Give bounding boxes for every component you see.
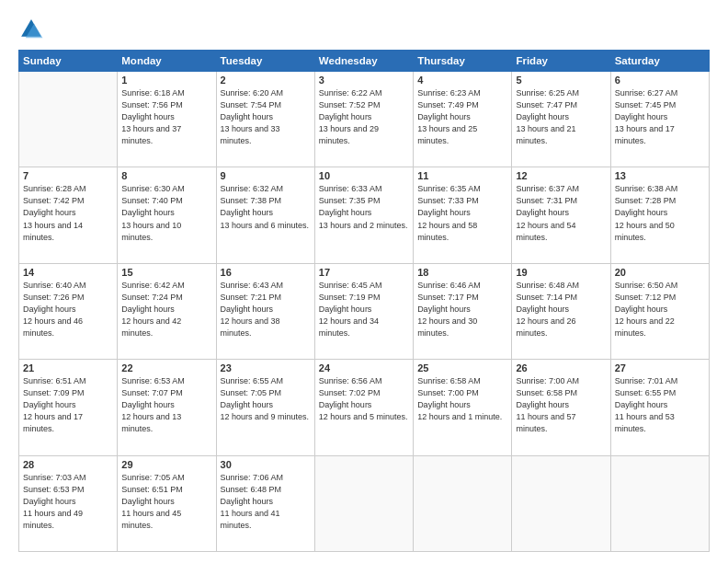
day-info: Sunrise: 7:05 AM Sunset: 6:51 PM Dayligh… xyxy=(121,472,211,532)
calendar-cell: 12 Sunrise: 6:37 AM Sunset: 7:31 PM Dayl… xyxy=(512,167,610,263)
day-number: 10 xyxy=(319,170,409,181)
day-info: Sunrise: 6:56 AM Sunset: 7:02 PM Dayligh… xyxy=(319,375,409,423)
calendar-header-monday: Monday xyxy=(118,51,216,72)
calendar-cell: 7 Sunrise: 6:28 AM Sunset: 7:42 PM Dayli… xyxy=(19,167,118,263)
day-number: 8 xyxy=(121,170,211,181)
day-info: Sunrise: 6:25 AM Sunset: 7:47 PM Dayligh… xyxy=(516,87,606,147)
day-info: Sunrise: 6:27 AM Sunset: 7:45 PM Dayligh… xyxy=(615,87,705,147)
calendar-week-5: 28 Sunrise: 7:03 AM Sunset: 6:53 PM Dayl… xyxy=(19,455,710,551)
day-info: Sunrise: 6:35 AM Sunset: 7:33 PM Dayligh… xyxy=(417,183,507,243)
day-number: 17 xyxy=(319,267,409,278)
day-number: 26 xyxy=(516,362,606,373)
calendar-table: SundayMondayTuesdayWednesdayThursdayFrid… xyxy=(18,50,710,552)
calendar-cell xyxy=(314,455,413,551)
calendar-cell: 18 Sunrise: 6:46 AM Sunset: 7:17 PM Dayl… xyxy=(414,263,512,359)
calendar-cell: 8 Sunrise: 6:30 AM Sunset: 7:40 PM Dayli… xyxy=(118,167,216,263)
day-number: 21 xyxy=(23,362,113,373)
day-info: Sunrise: 6:37 AM Sunset: 7:31 PM Dayligh… xyxy=(516,183,606,243)
day-info: Sunrise: 6:50 AM Sunset: 7:12 PM Dayligh… xyxy=(615,280,705,339)
page: SundayMondayTuesdayWednesdayThursdayFrid… xyxy=(0,0,728,563)
calendar-cell: 20 Sunrise: 6:50 AM Sunset: 7:12 PM Dayl… xyxy=(610,263,709,359)
day-number: 30 xyxy=(221,459,311,470)
day-info: Sunrise: 6:43 AM Sunset: 7:21 PM Dayligh… xyxy=(221,280,311,339)
day-info: Sunrise: 7:06 AM Sunset: 6:48 PM Dayligh… xyxy=(221,472,311,532)
day-number: 19 xyxy=(516,267,606,278)
calendar-header-wednesday: Wednesday xyxy=(314,51,413,72)
calendar-cell xyxy=(512,455,610,551)
calendar-cell: 21 Sunrise: 6:51 AM Sunset: 7:09 PM Dayl… xyxy=(19,360,118,455)
day-number: 5 xyxy=(516,75,606,86)
day-info: Sunrise: 6:51 AM Sunset: 7:09 PM Dayligh… xyxy=(23,375,113,435)
day-info: Sunrise: 6:45 AM Sunset: 7:19 PM Dayligh… xyxy=(319,280,409,339)
day-number: 15 xyxy=(121,267,211,278)
day-info: Sunrise: 6:53 AM Sunset: 7:07 PM Dayligh… xyxy=(121,375,211,435)
day-info: Sunrise: 6:40 AM Sunset: 7:26 PM Dayligh… xyxy=(23,280,113,339)
day-number: 18 xyxy=(417,267,507,278)
day-number: 22 xyxy=(121,362,211,373)
calendar-cell: 4 Sunrise: 6:23 AM Sunset: 7:49 PM Dayli… xyxy=(414,72,512,167)
day-number: 12 xyxy=(516,170,606,181)
day-number: 25 xyxy=(417,362,507,373)
calendar-cell: 3 Sunrise: 6:22 AM Sunset: 7:52 PM Dayli… xyxy=(314,72,413,167)
calendar-cell xyxy=(610,455,709,551)
day-info: Sunrise: 6:58 AM Sunset: 7:00 PM Dayligh… xyxy=(417,375,507,423)
calendar-cell: 25 Sunrise: 6:58 AM Sunset: 7:00 PM Dayl… xyxy=(414,360,512,455)
logo-icon xyxy=(18,17,44,42)
day-number: 6 xyxy=(615,75,705,86)
calendar-cell: 17 Sunrise: 6:45 AM Sunset: 7:19 PM Dayl… xyxy=(314,263,413,359)
calendar-header-sunday: Sunday xyxy=(19,51,118,72)
day-number: 29 xyxy=(121,459,211,470)
calendar-week-1: 1 Sunrise: 6:18 AM Sunset: 7:56 PM Dayli… xyxy=(19,72,710,167)
day-info: Sunrise: 6:42 AM Sunset: 7:24 PM Dayligh… xyxy=(121,280,211,339)
calendar-header-row: SundayMondayTuesdayWednesdayThursdayFrid… xyxy=(19,51,710,72)
calendar-cell: 27 Sunrise: 7:01 AM Sunset: 6:55 PM Dayl… xyxy=(610,360,709,455)
calendar-cell: 28 Sunrise: 7:03 AM Sunset: 6:53 PM Dayl… xyxy=(19,455,118,551)
calendar-week-4: 21 Sunrise: 6:51 AM Sunset: 7:09 PM Dayl… xyxy=(19,360,710,455)
calendar-cell: 13 Sunrise: 6:38 AM Sunset: 7:28 PM Dayl… xyxy=(610,167,709,263)
calendar-cell: 14 Sunrise: 6:40 AM Sunset: 7:26 PM Dayl… xyxy=(19,263,118,359)
day-info: Sunrise: 6:20 AM Sunset: 7:54 PM Dayligh… xyxy=(221,87,311,147)
calendar-cell: 19 Sunrise: 6:48 AM Sunset: 7:14 PM Dayl… xyxy=(512,263,610,359)
day-number: 24 xyxy=(319,362,409,373)
day-number: 1 xyxy=(121,75,211,86)
calendar-cell: 22 Sunrise: 6:53 AM Sunset: 7:07 PM Dayl… xyxy=(118,360,216,455)
day-info: Sunrise: 6:33 AM Sunset: 7:35 PM Dayligh… xyxy=(319,183,409,231)
day-info: Sunrise: 6:18 AM Sunset: 7:56 PM Dayligh… xyxy=(121,87,211,147)
day-number: 28 xyxy=(23,459,113,470)
day-number: 20 xyxy=(615,267,705,278)
day-info: Sunrise: 6:46 AM Sunset: 7:17 PM Dayligh… xyxy=(417,280,507,339)
calendar-cell: 23 Sunrise: 6:55 AM Sunset: 7:05 PM Dayl… xyxy=(216,360,314,455)
day-number: 13 xyxy=(615,170,705,181)
calendar-cell: 2 Sunrise: 6:20 AM Sunset: 7:54 PM Dayli… xyxy=(216,72,314,167)
day-number: 16 xyxy=(221,267,311,278)
calendar-header-thursday: Thursday xyxy=(414,51,512,72)
calendar-cell: 30 Sunrise: 7:06 AM Sunset: 6:48 PM Dayl… xyxy=(216,455,314,551)
calendar-week-3: 14 Sunrise: 6:40 AM Sunset: 7:26 PM Dayl… xyxy=(19,263,710,359)
calendar-header-saturday: Saturday xyxy=(610,51,709,72)
calendar-cell: 9 Sunrise: 6:32 AM Sunset: 7:38 PM Dayli… xyxy=(216,167,314,263)
day-info: Sunrise: 6:23 AM Sunset: 7:49 PM Dayligh… xyxy=(417,87,507,147)
day-info: Sunrise: 7:03 AM Sunset: 6:53 PM Dayligh… xyxy=(23,472,113,532)
day-info: Sunrise: 6:32 AM Sunset: 7:38 PM Dayligh… xyxy=(221,183,311,231)
day-info: Sunrise: 6:30 AM Sunset: 7:40 PM Dayligh… xyxy=(121,183,211,243)
calendar-cell: 11 Sunrise: 6:35 AM Sunset: 7:33 PM Dayl… xyxy=(414,167,512,263)
day-info: Sunrise: 6:38 AM Sunset: 7:28 PM Dayligh… xyxy=(615,183,705,243)
calendar-cell: 5 Sunrise: 6:25 AM Sunset: 7:47 PM Dayli… xyxy=(512,72,610,167)
day-number: 2 xyxy=(221,75,311,86)
calendar-cell: 6 Sunrise: 6:27 AM Sunset: 7:45 PM Dayli… xyxy=(610,72,709,167)
logo xyxy=(18,17,48,42)
day-info: Sunrise: 6:55 AM Sunset: 7:05 PM Dayligh… xyxy=(221,375,311,423)
calendar-cell: 26 Sunrise: 7:00 AM Sunset: 6:58 PM Dayl… xyxy=(512,360,610,455)
day-number: 7 xyxy=(23,170,113,181)
day-number: 3 xyxy=(319,75,409,86)
calendar-cell: 1 Sunrise: 6:18 AM Sunset: 7:56 PM Dayli… xyxy=(118,72,216,167)
day-info: Sunrise: 6:48 AM Sunset: 7:14 PM Dayligh… xyxy=(516,280,606,339)
calendar-header-friday: Friday xyxy=(512,51,610,72)
day-number: 27 xyxy=(615,362,705,373)
calendar-week-2: 7 Sunrise: 6:28 AM Sunset: 7:42 PM Dayli… xyxy=(19,167,710,263)
calendar-cell: 29 Sunrise: 7:05 AM Sunset: 6:51 PM Dayl… xyxy=(118,455,216,551)
day-number: 14 xyxy=(23,267,113,278)
day-number: 9 xyxy=(221,170,311,181)
calendar-cell: 16 Sunrise: 6:43 AM Sunset: 7:21 PM Dayl… xyxy=(216,263,314,359)
calendar-header-tuesday: Tuesday xyxy=(216,51,314,72)
